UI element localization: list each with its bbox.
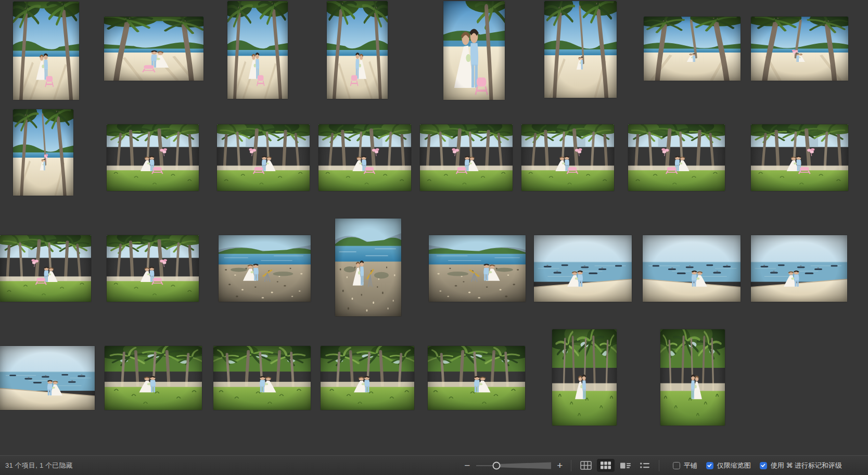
photo-art	[13, 2, 79, 100]
photo-thumbnail[interactable]	[217, 124, 310, 191]
photo-thumbnail[interactable]	[428, 346, 525, 410]
list-view-icon	[640, 461, 650, 469]
photo-thumbnail[interactable]	[335, 219, 401, 316]
photo-thumbnail[interactable]	[105, 346, 202, 410]
zoom-in-button[interactable]: +	[554, 460, 566, 470]
photo-thumbnail[interactable]	[443, 1, 505, 100]
photo-thumbnail[interactable]	[552, 329, 617, 426]
photo-thumbnail[interactable]	[0, 346, 95, 410]
photo-art	[0, 346, 95, 410]
photo-thumbnail[interactable]	[534, 235, 632, 302]
photo-thumbnail[interactable]	[219, 235, 311, 302]
view-mode-thumbnail-grid-button[interactable]	[597, 459, 615, 472]
photo-art	[318, 124, 411, 191]
photo-grid	[0, 0, 868, 455]
zoom-out-button[interactable]: −	[461, 460, 474, 470]
photo-art	[751, 235, 847, 302]
checkbox-box	[706, 462, 713, 469]
photo-art	[521, 124, 614, 191]
photo-thumbnail[interactable]	[643, 235, 741, 302]
photo-art	[227, 1, 288, 99]
photo-thumbnail[interactable]	[751, 124, 848, 191]
content-view-icon	[620, 461, 631, 470]
thumbnail-grid-icon	[600, 461, 611, 470]
photo-art	[0, 235, 91, 302]
grid-outline-icon	[580, 461, 592, 470]
photo-art	[420, 124, 513, 191]
checkbox-box	[760, 462, 767, 469]
photo-art	[217, 124, 310, 191]
photo-thumbnail[interactable]	[13, 2, 79, 100]
thumbnail-size-slider[interactable]	[475, 460, 553, 471]
photo-thumbnail[interactable]	[104, 17, 203, 81]
photo-thumbnail[interactable]	[318, 124, 411, 191]
checkbox-box	[673, 462, 680, 469]
photo-thumbnail[interactable]	[429, 235, 526, 302]
thumbnails-only-checkbox[interactable]: 仅限缩览图	[706, 461, 751, 470]
photo-thumbnail[interactable]	[107, 235, 199, 302]
photo-art	[321, 346, 414, 410]
marking-rating-checkbox[interactable]: 使用 ⌘ 进行标记和评级	[760, 461, 842, 470]
tile-checkbox[interactable]: 平铺	[673, 461, 697, 470]
photo-thumbnail[interactable]	[521, 124, 614, 191]
photo-thumbnail[interactable]	[0, 235, 91, 302]
marking-rating-checkbox-label: 使用 ⌘ 进行标记和评级	[771, 461, 842, 470]
photo-thumbnail[interactable]	[213, 346, 311, 410]
thumbnails-only-checkbox-label: 仅限缩览图	[717, 461, 751, 470]
photo-art	[544, 1, 617, 98]
photo-art	[552, 329, 617, 426]
photo-art	[534, 235, 632, 302]
photo-art	[751, 17, 848, 81]
photo-art	[213, 346, 311, 410]
photo-thumbnail[interactable]	[321, 346, 414, 410]
photo-thumbnail[interactable]	[751, 235, 847, 302]
photo-art	[219, 235, 311, 302]
photo-thumbnail[interactable]	[544, 1, 617, 98]
slider-knob	[493, 462, 500, 469]
view-mode-list-button[interactable]	[636, 459, 653, 471]
photo-art	[643, 235, 741, 302]
photo-thumbnail[interactable]	[628, 124, 725, 191]
photo-art	[327, 1, 388, 99]
photo-art	[751, 124, 848, 191]
photo-art	[335, 219, 401, 316]
photo-thumbnail[interactable]	[644, 17, 741, 81]
divider	[659, 460, 659, 471]
photo-art	[13, 109, 73, 196]
photo-art	[644, 17, 741, 81]
photo-art	[105, 346, 202, 410]
photo-thumbnail[interactable]	[660, 329, 725, 426]
check-icon	[707, 463, 712, 468]
tile-checkbox-label: 平铺	[684, 461, 697, 470]
view-mode-grid-outline-button[interactable]	[577, 459, 595, 472]
photo-art	[428, 346, 525, 410]
photo-art	[660, 329, 725, 426]
view-mode-content-button[interactable]	[617, 459, 634, 472]
item-count-label: 31 个项目, 1 个已隐藏	[5, 461, 73, 470]
photo-thumbnail[interactable]	[420, 124, 513, 191]
photo-thumbnail[interactable]	[327, 1, 388, 99]
photo-thumbnail[interactable]	[751, 17, 848, 81]
photo-art	[628, 124, 725, 191]
check-icon	[760, 463, 766, 468]
status-bar-controls: − +	[461, 459, 842, 472]
photo-art	[429, 235, 526, 302]
status-bar: 31 个项目, 1 个已隐藏 − +	[0, 455, 868, 475]
divider	[571, 460, 571, 471]
photo-art	[107, 124, 199, 191]
photo-thumbnail[interactable]	[13, 109, 73, 196]
photo-thumbnail[interactable]	[107, 124, 199, 191]
photo-art	[443, 1, 505, 100]
photo-art	[104, 17, 203, 81]
photo-art	[107, 235, 199, 302]
photo-thumbnail[interactable]	[227, 1, 288, 99]
